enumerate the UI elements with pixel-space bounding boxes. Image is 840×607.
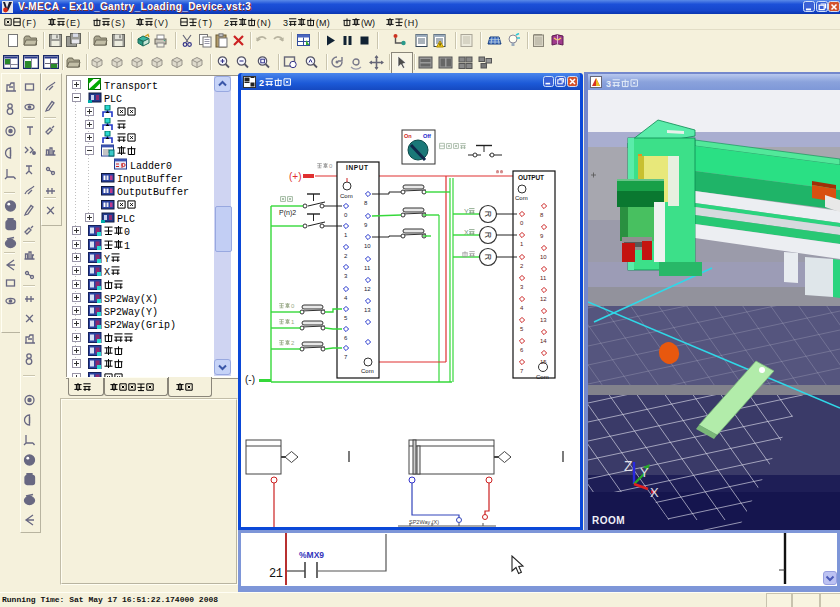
svg-text:11: 11 [540,275,547,281]
svg-text:3: 3 [606,79,611,89]
svg-text:3: 3 [283,18,288,28]
svg-text:INPUT: INPUT [346,164,368,171]
svg-text:R: R [483,254,493,261]
svg-text:1: 1 [124,241,130,251]
svg-text:OutputBuffer: OutputBuffer [117,187,189,197]
svg-text:Y: Y [104,254,110,264]
svg-text:%MX9: %MX9 [299,550,324,560]
svg-text:(V): (V) [154,18,168,28]
svg-text:OUTPUT: OUTPUT [518,174,544,181]
svg-text:X: X [104,267,110,277]
svg-text:(E): (E) [66,18,80,28]
svg-text:R: R [483,232,493,239]
svg-text:R: R [483,211,493,218]
svg-text:Com: Com [515,195,528,201]
svg-text:Transport: Transport [104,81,158,91]
svg-text:X: X [464,229,469,236]
svg-text:(N): (N) [257,18,271,28]
svg-text:10: 10 [540,254,547,260]
svg-text:Com: Com [340,193,353,199]
svg-text:2: 2 [259,78,264,88]
svg-text:(T): (T) [198,18,212,28]
svg-text:(S): (S) [111,18,125,28]
svg-text:Y: Y [640,465,649,480]
svg-text:PLC: PLC [117,214,135,224]
svg-text:0: 0 [124,227,130,237]
svg-text:1: 1 [291,319,295,325]
svg-text:10: 10 [364,243,371,249]
svg-text:Z: Z [624,458,633,474]
svg-text:X: X [650,485,659,500]
svg-text:SP2Way(Y): SP2Way(Y) [104,307,158,317]
svg-text:(F): (F) [22,18,36,28]
svg-text:21: 21 [269,567,283,581]
svg-text:ROOM: ROOM [592,515,625,526]
svg-text:(-): (-) [245,374,255,385]
svg-text:2: 2 [224,18,229,28]
svg-text:2: 2 [291,340,295,346]
svg-text:PLC: PLC [104,94,122,104]
svg-text:12: 12 [364,286,371,292]
svg-text:13: 13 [364,307,371,313]
svg-text:12: 12 [540,296,547,302]
svg-text:(M): (M) [316,18,330,28]
svg-text:SP2Way (X): SP2Way (X) [409,519,439,525]
svg-text:InputBuffer: InputBuffer [117,174,183,184]
svg-text:0: 0 [329,163,333,169]
svg-text:SP2Way(X): SP2Way(X) [104,294,158,304]
svg-text:(H): (H) [404,18,418,28]
svg-text:SP2Way(Grip): SP2Way(Grip) [104,320,176,330]
svg-text:13: 13 [540,317,547,323]
svg-text:Y: Y [464,208,469,215]
svg-text:Com: Com [361,368,374,374]
svg-text:Com: Com [536,374,549,380]
svg-text:Ladder0: Ladder0 [130,161,172,171]
svg-text:11: 11 [364,265,371,271]
svg-text:On: On [404,133,412,139]
svg-text:Off: Off [423,133,431,139]
svg-text:14: 14 [540,338,547,344]
svg-text:(+): (+) [289,171,302,182]
svg-text:(W): (W) [361,18,375,28]
svg-text:0: 0 [291,303,295,309]
